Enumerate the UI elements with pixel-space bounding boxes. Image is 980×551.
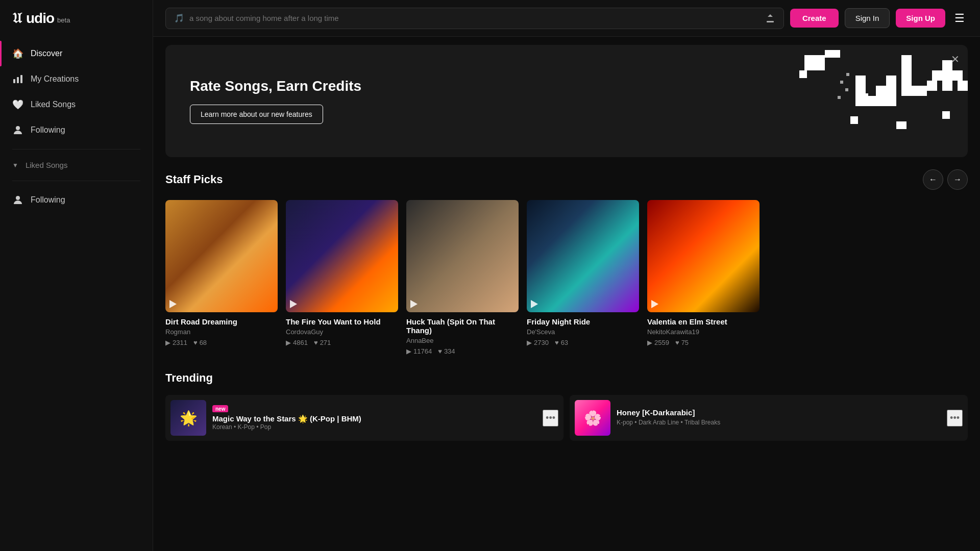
play-indicator-2 xyxy=(290,300,297,308)
trending-menu-1[interactable]: ••• xyxy=(543,410,558,427)
trending-item-1[interactable]: 🌟 new Magic Way to the Stars 🌟 (K-Pop | … xyxy=(165,395,564,441)
svg-rect-8 xyxy=(799,70,807,78)
staff-pick-artist-5: NekitoKarawita19 xyxy=(647,328,760,336)
svg-rect-12 xyxy=(876,86,886,96)
sidebar-item-following[interactable]: Following xyxy=(0,117,153,143)
staff-pick-title-3: Huck Tuah (Spit On That Thang) xyxy=(406,317,519,335)
liked-songs-section-label: Liked Songs xyxy=(26,161,68,169)
hero-decoration xyxy=(610,45,968,157)
staff-pick-card-2[interactable]: The Fire You Want to Hold CordovaGuy ▶ 4… xyxy=(286,200,398,355)
svg-rect-20 xyxy=(840,81,843,84)
staff-pick-thumb-5 xyxy=(647,200,760,312)
svg-rect-21 xyxy=(845,88,848,91)
like-count-val-5: 75 xyxy=(681,339,689,346)
trending-item-2[interactable]: 🌸 Honey [K-Darkarabic] K-pop • Dark Arab… xyxy=(570,395,968,441)
signup-button[interactable]: Sign Up xyxy=(896,9,945,28)
staff-pick-card-1[interactable]: Dirt Road Dreaming Rogman ▶ 2311 ♥ 68 xyxy=(165,200,278,355)
svg-rect-1 xyxy=(17,77,19,83)
sidebar-following-sub-label: Following xyxy=(31,195,65,205)
play-count-val-2: 4861 xyxy=(293,339,308,346)
play-count-5: ▶ 2559 xyxy=(647,339,669,346)
topbar: 🎵 Create Sign In Sign Up ☰ xyxy=(153,0,980,37)
staff-pick-card-4[interactable]: Friday Night Ride De'Sceva ▶ 2730 ♥ 63 xyxy=(527,200,639,355)
like-count-1: ♥ 68 xyxy=(193,339,207,346)
logo-text: udio xyxy=(26,10,54,27)
staff-pick-thumb-4 xyxy=(527,200,639,312)
play-count-2: ▶ 4861 xyxy=(286,339,308,346)
sidebar-item-following-label: Following xyxy=(31,126,65,135)
svg-point-4 xyxy=(16,196,20,200)
play-icon-2: ▶ xyxy=(286,339,291,346)
svg-rect-23 xyxy=(846,73,849,76)
hero-learn-more-button[interactable]: Learn more about our new features xyxy=(190,105,323,124)
sidebar-item-my-creations[interactable]: My Creations xyxy=(0,66,153,92)
like-count-2: ♥ 271 xyxy=(314,339,331,346)
svg-rect-0 xyxy=(13,79,15,83)
staff-picks-prev-button[interactable]: ← xyxy=(923,169,943,190)
play-count-val-1: 2311 xyxy=(173,339,187,346)
play-indicator-3 xyxy=(410,300,418,308)
sidebar-item-discover[interactable]: 🏠 Discover xyxy=(0,41,153,66)
play-icon-5: ▶ xyxy=(647,339,652,346)
trending-title: Trending xyxy=(165,371,213,385)
like-count-val-4: 63 xyxy=(561,339,568,346)
logo[interactable]: 𝔘 udio beta xyxy=(0,0,153,37)
trending-tags-2: K-pop • Dark Arab Line • Tribal Breaks xyxy=(617,419,941,426)
search-input[interactable] xyxy=(189,14,760,22)
staff-pick-artist-3: AnnaBee xyxy=(406,337,519,344)
svg-rect-6 xyxy=(804,55,825,70)
svg-rect-24 xyxy=(850,116,858,124)
trending-title-1: new xyxy=(212,404,536,412)
logo-icon: 𝔘 xyxy=(12,10,22,27)
play-count-4: ▶ 2730 xyxy=(527,339,549,346)
heart-icon: 🤍 xyxy=(12,99,23,110)
svg-rect-10 xyxy=(886,76,896,106)
heart-icon-3: ♥ xyxy=(438,347,442,355)
trending-thumb-1: 🌟 xyxy=(170,400,206,436)
staff-pick-stats-3: ▶ 11764 ♥ 334 xyxy=(406,347,519,355)
like-count-3: ♥ 334 xyxy=(438,347,455,355)
heart-icon-4: ♥ xyxy=(555,339,559,346)
sidebar-item-my-creations-label: My Creations xyxy=(31,74,79,84)
staff-pick-card-5[interactable]: Valentia en Elm Street NekitoKarawita19 … xyxy=(647,200,760,355)
staff-pick-artist-1: Rogman xyxy=(165,328,278,336)
svg-rect-9 xyxy=(855,76,866,106)
svg-point-3 xyxy=(16,126,20,130)
staff-picks-next-button[interactable]: → xyxy=(947,169,968,190)
play-icon-3: ▶ xyxy=(406,347,411,355)
sidebar-divider-2 xyxy=(12,181,140,181)
play-count-1: ▶ 2311 xyxy=(165,339,187,346)
menu-button[interactable]: ☰ xyxy=(951,9,968,28)
staff-pick-artist-4: De'Sceva xyxy=(527,328,639,336)
svg-rect-19 xyxy=(958,81,968,91)
staff-picks-header: Staff Picks ← → xyxy=(165,165,968,190)
staff-pick-card-3[interactable]: Huck Tuah (Spit On That Thang) AnnaBee ▶… xyxy=(406,200,519,355)
trending-menu-2[interactable]: ••• xyxy=(947,410,963,427)
svg-rect-17 xyxy=(942,60,952,91)
trending-name-2: Honey [K-Darkarabic] xyxy=(617,408,941,417)
play-icon-1: ▶ xyxy=(165,339,170,346)
sidebar-item-liked-songs[interactable]: 🤍 Liked Songs xyxy=(0,92,153,117)
trending-info-2: Honey [K-Darkarabic] K-pop • Dark Arab L… xyxy=(617,408,941,428)
liked-songs-collapsed[interactable]: ▼ Liked Songs xyxy=(0,156,153,174)
like-count-val-1: 68 xyxy=(200,339,207,346)
heart-icon-2: ♥ xyxy=(314,339,318,346)
trending-section: Trending 🌟 new Magic Way to the Stars 🌟 … xyxy=(153,367,980,453)
staff-pick-title-2: The Fire You Want to Hold xyxy=(286,317,398,326)
upload-button[interactable] xyxy=(765,13,775,23)
svg-rect-7 xyxy=(825,50,840,58)
staff-pick-thumb-2 xyxy=(286,200,398,312)
play-count-val-4: 2730 xyxy=(534,339,549,346)
staff-pick-artist-2: CordovaGuy xyxy=(286,328,398,336)
create-button[interactable]: Create xyxy=(790,9,839,28)
staff-pick-stats-5: ▶ 2559 ♥ 75 xyxy=(647,339,760,346)
sidebar-following-sub[interactable]: Following xyxy=(0,187,153,213)
trending-tags-1: Korean • K-Pop • Pop xyxy=(212,423,536,431)
svg-rect-14 xyxy=(901,55,912,96)
home-icon: 🏠 xyxy=(12,48,23,59)
search-bar: 🎵 xyxy=(165,8,784,29)
trending-info-1: new Magic Way to the Stars 🌟 (K-Pop | BH… xyxy=(212,404,536,433)
like-count-val-2: 271 xyxy=(320,339,331,346)
signin-button[interactable]: Sign In xyxy=(845,8,890,28)
chevron-icon: ▼ xyxy=(12,162,18,169)
